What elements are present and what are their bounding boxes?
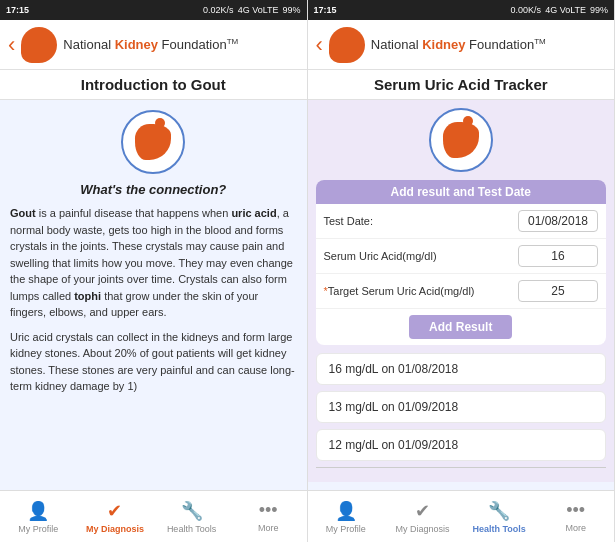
right-brand-name: National Kidney FoundationTM bbox=[371, 37, 546, 53]
right-scroll-area[interactable]: Add result and Test Date Test Date: Seru… bbox=[308, 100, 615, 490]
right-status-bar: 17:15 0.00K/s 4G VoLTE 99% bbox=[308, 0, 615, 20]
left-nav-my-profile[interactable]: 👤 My Profile bbox=[0, 500, 77, 534]
right-network: 4G VoLTE bbox=[545, 5, 586, 15]
result-item-3: 12 mg/dL on 01/09/2018 bbox=[316, 429, 607, 461]
left-bottom-nav: 👤 My Profile ✔ My Diagnosis 🔧 Health Too… bbox=[0, 490, 307, 542]
left-panel: 17:15 0.02K/s 4G VoLTE 99% ‹ National Ki… bbox=[0, 0, 308, 542]
left-back-arrow[interactable]: ‹ bbox=[8, 34, 15, 56]
left-scroll-area[interactable]: What's the connection? Gout is a painful… bbox=[0, 100, 307, 490]
foot-icon-right bbox=[443, 122, 479, 158]
right-app-header: ‹ National Kidney FoundationTM bbox=[308, 20, 615, 70]
right-status-icons: 0.00K/s 4G VoLTE 99% bbox=[511, 5, 608, 15]
divider bbox=[316, 467, 607, 468]
body-paragraph-2: Uric acid crystals can collect in the ki… bbox=[10, 329, 297, 395]
left-brand-name: National Kidney FoundationTM bbox=[63, 37, 238, 53]
left-nav-profile-label: My Profile bbox=[18, 524, 58, 534]
right-nav-profile-label: My Profile bbox=[326, 524, 366, 534]
right-content: Add result and Test Date Test Date: Seru… bbox=[308, 100, 615, 482]
add-result-button[interactable]: Add Result bbox=[409, 315, 512, 339]
right-battery: 99% bbox=[590, 5, 608, 15]
left-nav-my-diagnosis[interactable]: ✔ My Diagnosis bbox=[77, 500, 154, 534]
left-icon-circle bbox=[121, 110, 185, 174]
result-item-1: 16 mg/dL on 01/08/2018 bbox=[316, 353, 607, 385]
test-date-label: Test Date: bbox=[324, 215, 519, 227]
test-date-input[interactable] bbox=[518, 210, 598, 232]
left-body-text: Gout is a painful disease that happens w… bbox=[10, 205, 297, 395]
right-bottom-nav: 👤 My Profile ✔ My Diagnosis 🔧 Health Too… bbox=[308, 490, 615, 542]
right-nav-tools-icon: 🔧 bbox=[488, 500, 510, 522]
form-card: Add result and Test Date Test Date: Seru… bbox=[316, 180, 607, 345]
left-content: What's the connection? Gout is a painful… bbox=[0, 100, 307, 409]
left-kidney-word: Kidney bbox=[115, 37, 158, 52]
connection-title: What's the connection? bbox=[10, 182, 297, 197]
left-nav-diagnosis-icon: ✔ bbox=[107, 500, 122, 522]
right-signal: 0.00K/s bbox=[511, 5, 542, 15]
right-nav-health-tools[interactable]: 🔧 Health Tools bbox=[461, 500, 538, 534]
left-app-header: ‹ National Kidney FoundationTM bbox=[0, 20, 307, 70]
result-item-2: 13 mg/dL on 01/09/2018 bbox=[316, 391, 607, 423]
right-tm: TM bbox=[534, 37, 546, 46]
right-icon-circle bbox=[429, 108, 493, 172]
left-screen-title: Introduction to Gout bbox=[0, 70, 307, 100]
right-nav-more[interactable]: ••• More bbox=[537, 500, 614, 533]
left-nav-more-icon: ••• bbox=[259, 500, 278, 521]
right-screen-title: Serum Uric Acid Tracker bbox=[308, 70, 615, 100]
target-input[interactable] bbox=[518, 280, 598, 302]
kidney-logo-left bbox=[21, 27, 57, 63]
required-star: * bbox=[324, 285, 328, 297]
form-card-header: Add result and Test Date bbox=[316, 180, 607, 204]
left-nav-diagnosis-label: My Diagnosis bbox=[86, 524, 144, 534]
right-nav-more-icon: ••• bbox=[566, 500, 585, 521]
right-nav-tools-label: Health Tools bbox=[472, 524, 525, 534]
right-nav-my-profile[interactable]: 👤 My Profile bbox=[308, 500, 385, 534]
body-paragraph-1: Gout is a painful disease that happens w… bbox=[10, 205, 297, 321]
form-row-test-date: Test Date: bbox=[316, 204, 607, 239]
right-back-arrow[interactable]: ‹ bbox=[316, 34, 323, 56]
right-nav-more-label: More bbox=[565, 523, 586, 533]
foot-icon-left bbox=[135, 124, 171, 160]
left-time: 17:15 bbox=[6, 5, 29, 15]
foot-toe-left bbox=[155, 118, 165, 128]
form-row-serum: Serum Uric Acid(mg/dl) bbox=[316, 239, 607, 274]
left-nav-more-label: More bbox=[258, 523, 279, 533]
target-label: *Target Serum Uric Acid(mg/dl) bbox=[324, 285, 519, 297]
serum-label: Serum Uric Acid(mg/dl) bbox=[324, 250, 519, 262]
left-nav-more[interactable]: ••• More bbox=[230, 500, 307, 533]
right-nav-profile-icon: 👤 bbox=[335, 500, 357, 522]
right-panel: 17:15 0.00K/s 4G VoLTE 99% ‹ National Ki… bbox=[308, 0, 616, 542]
left-nav-profile-icon: 👤 bbox=[27, 500, 49, 522]
right-nav-diagnosis-label: My Diagnosis bbox=[395, 524, 449, 534]
left-signal: 0.02K/s bbox=[203, 5, 234, 15]
left-tm: TM bbox=[227, 37, 239, 46]
left-nav-tools-label: Health Tools bbox=[167, 524, 216, 534]
left-nav-tools-icon: 🔧 bbox=[181, 500, 203, 522]
form-row-target: *Target Serum Uric Acid(mg/dl) bbox=[316, 274, 607, 309]
right-time: 17:15 bbox=[314, 5, 337, 15]
right-nav-my-diagnosis[interactable]: ✔ My Diagnosis bbox=[384, 500, 461, 534]
right-nav-diagnosis-icon: ✔ bbox=[415, 500, 430, 522]
left-status-icons: 0.02K/s 4G VoLTE 99% bbox=[203, 5, 300, 15]
right-kidney-word: Kidney bbox=[422, 37, 465, 52]
serum-input[interactable] bbox=[518, 245, 598, 267]
left-nav-health-tools[interactable]: 🔧 Health Tools bbox=[153, 500, 230, 534]
left-network: 4G VoLTE bbox=[238, 5, 279, 15]
left-status-bar: 17:15 0.02K/s 4G VoLTE 99% bbox=[0, 0, 307, 20]
foot-toe-right bbox=[463, 116, 473, 126]
left-battery: 99% bbox=[282, 5, 300, 15]
kidney-logo-right bbox=[329, 27, 365, 63]
